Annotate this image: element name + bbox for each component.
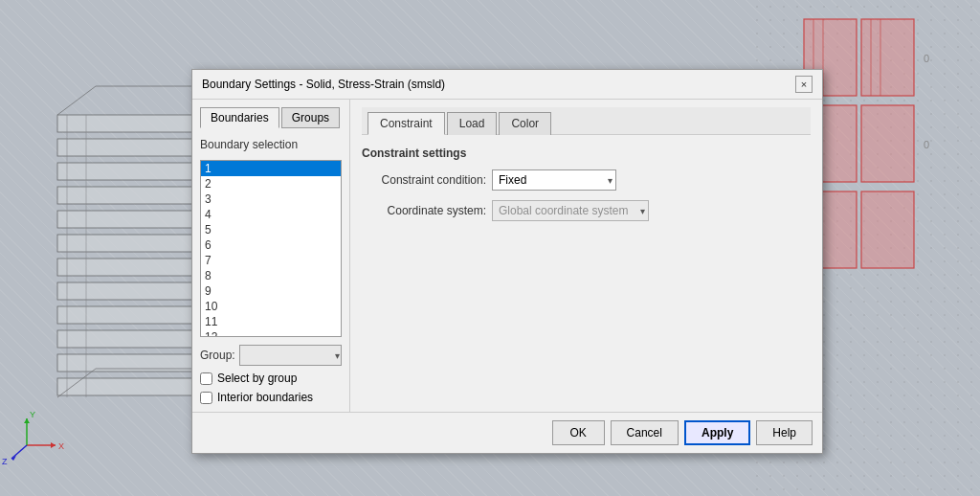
list-item[interactable]: 12 bbox=[201, 329, 341, 337]
svg-rect-27 bbox=[861, 192, 914, 268]
svg-text:X: X bbox=[58, 441, 64, 451]
boundary-settings-dialog: Boundary Settings - Solid, Stress-Strain… bbox=[191, 69, 823, 454]
cancel-button[interactable]: Cancel bbox=[611, 420, 679, 445]
constraint-condition-row: Constraint condition: Fixed bbox=[362, 169, 811, 191]
interior-boundaries-row: Interior boundaries bbox=[200, 391, 342, 404]
list-item[interactable]: 3 bbox=[201, 192, 341, 207]
svg-text:Y: Y bbox=[30, 410, 35, 419]
list-item[interactable]: 11 bbox=[201, 314, 341, 329]
boundary-selection-label: Boundary selection bbox=[200, 138, 342, 151]
list-item[interactable]: 8 bbox=[201, 268, 341, 283]
constraint-settings-area: Constraint settings Constraint condition… bbox=[362, 135, 811, 221]
left-panel: Boundaries Groups Boundary selection 1 2… bbox=[192, 100, 350, 412]
group-select[interactable] bbox=[239, 345, 342, 366]
tab-boundaries[interactable]: Boundaries bbox=[200, 107, 279, 128]
dialog-title: Boundary Settings - Solid, Stress-Strain… bbox=[202, 78, 445, 91]
svg-marker-35 bbox=[51, 442, 56, 448]
list-item[interactable]: 2 bbox=[201, 176, 341, 192]
svg-text:Z: Z bbox=[2, 457, 8, 466]
coordinate-system-row: Coordinate system: Global coordinate sys… bbox=[362, 200, 811, 221]
list-item[interactable]: 7 bbox=[201, 253, 341, 268]
constraint-condition-dropdown[interactable]: Fixed bbox=[492, 169, 616, 191]
svg-text:0: 0 bbox=[924, 53, 929, 64]
select-by-group-label: Select by group bbox=[217, 372, 297, 385]
coordinate-system-dropdown[interactable]: Global coordinate system bbox=[492, 200, 649, 221]
constraint-condition-label: Constraint condition: bbox=[362, 173, 486, 187]
interior-boundaries-label: Interior boundaries bbox=[217, 391, 313, 404]
list-item[interactable]: 6 bbox=[201, 237, 341, 253]
list-item[interactable]: 1 bbox=[201, 161, 341, 176]
select-by-group-checkbox[interactable] bbox=[200, 372, 212, 385]
svg-rect-25 bbox=[861, 105, 914, 182]
dialog-titlebar: Boundary Settings - Solid, Stress-Strain… bbox=[192, 70, 822, 100]
svg-line-16 bbox=[57, 86, 96, 115]
select-by-group-row: Select by group bbox=[200, 372, 342, 385]
group-label: Group: bbox=[200, 349, 235, 362]
apply-button[interactable]: Apply bbox=[684, 420, 750, 445]
list-item[interactable]: 9 bbox=[201, 283, 341, 299]
panel-tabs: Boundaries Groups bbox=[200, 107, 342, 128]
close-button[interactable]: × bbox=[795, 76, 813, 93]
list-item[interactable]: 4 bbox=[201, 207, 341, 222]
tab-groups[interactable]: Groups bbox=[281, 107, 340, 128]
group-row: Group: bbox=[200, 345, 342, 366]
dialog-content: Boundaries Groups Boundary selection 1 2… bbox=[192, 100, 822, 453]
list-item[interactable]: 10 bbox=[201, 299, 341, 314]
group-select-wrapper bbox=[239, 345, 342, 366]
help-button[interactable]: Help bbox=[756, 420, 813, 445]
coordinate-system-dropdown-wrapper: Global coordinate system bbox=[492, 200, 649, 221]
dialog-main-area: Boundaries Groups Boundary selection 1 2… bbox=[192, 100, 822, 412]
right-tab-bar: Constraint Load Color bbox=[362, 107, 811, 135]
right-panel: Constraint Load Color Constraint setting… bbox=[350, 100, 822, 412]
tab-constraint[interactable]: Constraint bbox=[368, 112, 445, 135]
coordinate-system-label: Coordinate system: bbox=[362, 204, 486, 217]
svg-text:0: 0 bbox=[924, 139, 929, 150]
constraint-condition-dropdown-wrapper: Fixed bbox=[492, 169, 616, 191]
dialog-footer: OK Cancel Apply Help bbox=[192, 412, 822, 453]
tab-load[interactable]: Load bbox=[447, 112, 498, 135]
svg-line-40 bbox=[11, 445, 27, 459]
tab-color[interactable]: Color bbox=[499, 112, 551, 135]
boundary-list-container: 1 2 3 4 5 6 7 8 9 10 11 12 bbox=[200, 160, 342, 337]
svg-rect-23 bbox=[861, 19, 914, 96]
ok-button[interactable]: OK bbox=[552, 420, 605, 445]
constraint-settings-title: Constraint settings bbox=[362, 147, 811, 160]
boundary-list[interactable]: 1 2 3 4 5 6 7 8 9 10 11 12 bbox=[200, 160, 342, 337]
list-item[interactable]: 5 bbox=[201, 222, 341, 237]
interior-boundaries-checkbox[interactable] bbox=[200, 392, 212, 404]
